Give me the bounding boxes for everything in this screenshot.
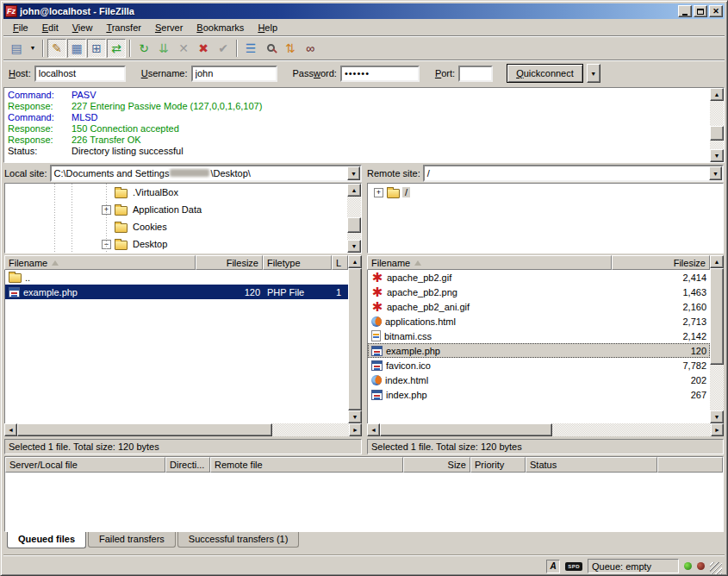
scroll-left-button[interactable]: ◄ <box>367 423 380 436</box>
toggle-remote-tree-icon[interactable]: ⊞ <box>87 39 106 58</box>
menu-transfer[interactable]: Transfer <box>99 21 148 34</box>
remote-site-dropdown-button[interactable]: ▼ <box>709 166 722 180</box>
remote-file-row[interactable]: index.php267 <box>368 387 710 402</box>
queue-column-remote-file[interactable]: Remote file <box>210 457 403 473</box>
queue-column-size[interactable]: Size <box>403 457 470 473</box>
scroll-thumb[interactable] <box>348 268 362 410</box>
scroll-up-button[interactable]: ▲ <box>710 88 724 101</box>
site-manager-dropdown-icon[interactable]: ▼ <box>27 39 39 58</box>
tree-item-cookies[interactable]: Cookies <box>5 218 361 235</box>
scroll-up-button[interactable]: ▲ <box>347 184 361 197</box>
queue-column-server-local-file[interactable]: Server/Local file <box>5 457 165 473</box>
remote-file-row[interactable]: example.php120 <box>368 343 710 358</box>
menu-view[interactable]: View <box>65 21 100 34</box>
local-tree-vscrollbar[interactable]: ▲ ▼ <box>347 184 361 253</box>
scroll-down-button[interactable]: ▼ <box>710 410 724 423</box>
scroll-down-button[interactable]: ▼ <box>348 410 362 423</box>
remote-file-row[interactable]: applications.html2,713 <box>368 314 710 329</box>
scroll-thumb[interactable] <box>380 423 552 436</box>
speed-limit-icon[interactable]: SPD <box>565 562 582 571</box>
queue-column-priority[interactable]: Priority <box>470 457 526 473</box>
disconnect-icon[interactable]: ✖ <box>194 39 213 58</box>
directory-comparison-icon[interactable]: ☰ <box>241 39 260 58</box>
tree-item-root[interactable]: + / <box>368 184 723 201</box>
menu-bookmarks[interactable]: Bookmarks <box>190 21 251 34</box>
scroll-left-button[interactable]: ◄ <box>4 423 17 436</box>
queue-column-directi[interactable]: Directi... <box>165 457 210 473</box>
scroll-track[interactable] <box>17 423 349 436</box>
tree-item-desktop[interactable]: −Desktop <box>5 235 361 253</box>
site-manager-icon[interactable]: ▤ <box>7 39 26 58</box>
toggle-local-tree-icon[interactable]: ▦ <box>67 39 86 58</box>
remote-file-row[interactable]: ✱apache_pb2.gif2,414 <box>368 270 710 285</box>
queue-column-status[interactable]: Status <box>526 457 657 473</box>
minimize-button[interactable] <box>678 5 692 17</box>
column-header-filesize[interactable]: Filesize <box>196 255 263 270</box>
remote-list-hscrollbar[interactable]: ◄ ► <box>367 423 724 436</box>
password-input[interactable] <box>340 66 420 82</box>
tree-item-virtualbox[interactable]: .VirtualBox <box>5 184 361 201</box>
menu-server[interactable]: Server <box>148 21 190 34</box>
column-header-filesize[interactable]: Filesize <box>612 255 710 270</box>
scroll-track[interactable] <box>380 423 711 436</box>
filter-icon[interactable]: ∞ <box>301 39 320 58</box>
local-site-combo[interactable]: C:\Documents and Settings\Desktop\ ▼ <box>50 165 362 182</box>
find-files-icon[interactable] <box>261 39 280 58</box>
scroll-thumb[interactable] <box>17 423 272 436</box>
username-input[interactable] <box>191 66 277 82</box>
column-header-l[interactable]: L <box>332 255 348 270</box>
synchronized-browsing-icon[interactable]: ⇅ <box>281 39 300 58</box>
scroll-thumb[interactable] <box>710 126 724 141</box>
expand-icon[interactable]: + <box>374 188 383 197</box>
remote-file-row[interactable]: bitnami.css2,142 <box>368 329 710 343</box>
remote-site-combo[interactable]: / ▼ <box>423 165 724 182</box>
menu-file[interactable]: File <box>6 21 35 34</box>
local-list-hscrollbar[interactable]: ◄ ► <box>4 423 362 436</box>
quickconnect-dropdown-button[interactable]: ▼ <box>587 64 600 83</box>
reconnect-icon[interactable]: ✔ <box>214 39 233 58</box>
local-list-vscrollbar[interactable]: ▲ ▼ <box>348 255 362 423</box>
tab-successful-transfers-1[interactable]: Successful transfers (1) <box>177 532 300 548</box>
remote-file-row[interactable]: favicon.ico7,782 <box>368 358 710 373</box>
host-input[interactable] <box>34 66 126 82</box>
column-header-filetype[interactable]: Filetype <box>263 255 332 270</box>
scroll-thumb[interactable] <box>347 217 361 233</box>
scroll-right-button[interactable]: ► <box>349 423 362 436</box>
menu-edit[interactable]: Edit <box>35 21 65 34</box>
remote-file-row[interactable]: ✱apache_pb2.png1,463 <box>368 285 710 299</box>
refresh-icon[interactable]: ↻ <box>134 39 153 58</box>
remote-file-row[interactable]: ✱apache_pb2_ani.gif2,160 <box>368 299 710 314</box>
cancel-icon[interactable]: ✕ <box>174 39 193 58</box>
toggle-log-icon[interactable]: ✎ <box>47 39 66 58</box>
close-button[interactable]: ✕ <box>709 5 723 17</box>
log-vscrollbar[interactable]: ▲ ▼ <box>710 88 724 162</box>
scroll-down-button[interactable]: ▼ <box>347 240 361 253</box>
scroll-track[interactable] <box>348 268 362 410</box>
remote-file-row[interactable]: index.html202 <box>368 373 710 387</box>
tab-queued-files[interactable]: Queued files <box>7 532 86 548</box>
port-input[interactable] <box>458 66 493 82</box>
quickconnect-button[interactable]: Quickconnect <box>507 64 583 83</box>
scroll-down-button[interactable]: ▼ <box>710 149 724 162</box>
local-file-row[interactable]: .. <box>5 270 348 285</box>
scroll-track[interactable] <box>710 268 724 410</box>
column-header-filename[interactable]: Filename <box>367 255 612 270</box>
local-file-row[interactable]: example.php120PHP File1 <box>5 285 348 299</box>
toggle-queue-icon[interactable]: ⇄ <box>107 39 126 58</box>
local-site-dropdown-button[interactable]: ▼ <box>347 166 360 180</box>
resize-grip[interactable] <box>710 562 722 574</box>
scroll-track[interactable] <box>710 101 724 149</box>
remote-list-vscrollbar[interactable]: ▲ ▼ <box>710 255 724 423</box>
maximize-button[interactable] <box>694 5 707 17</box>
menu-help[interactable]: Help <box>251 21 284 34</box>
scroll-right-button[interactable]: ► <box>711 423 724 436</box>
tree-item-application-data[interactable]: +Application Data <box>5 201 361 218</box>
process-queue-icon[interactable]: ⇊ <box>154 39 173 58</box>
column-header-filename[interactable]: Filename <box>4 255 196 270</box>
scroll-thumb[interactable] <box>710 268 724 365</box>
scroll-up-button[interactable]: ▲ <box>348 255 362 268</box>
tab-failed-transfers[interactable]: Failed transfers <box>88 532 176 548</box>
scroll-track[interactable] <box>347 197 361 240</box>
transfer-type-indicator[interactable]: A <box>546 560 560 573</box>
scroll-up-button[interactable]: ▲ <box>710 255 724 268</box>
